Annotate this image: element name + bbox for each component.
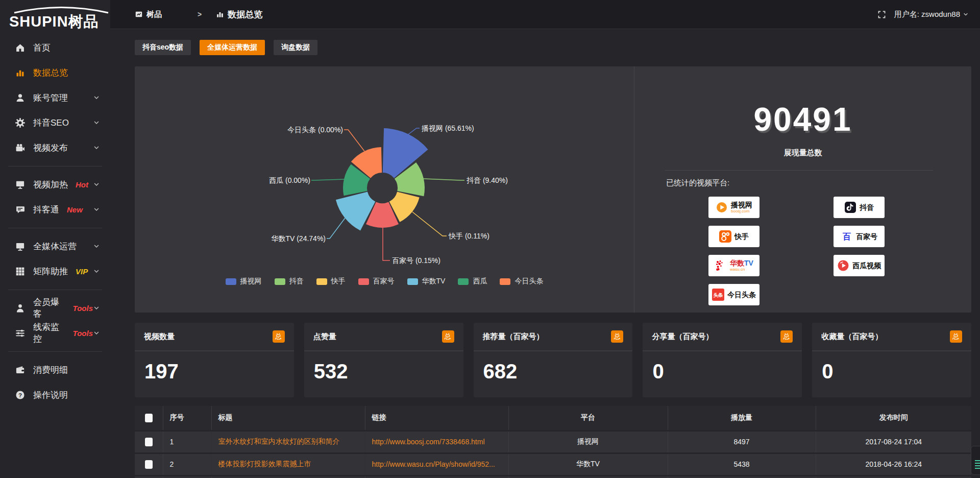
sidebar-item-消费明细[interactable]: 消费明细 [0,357,110,383]
screen-icon [15,241,26,251]
column-header-链接: 链接 [365,406,508,431]
platform-name: 百家号 [856,232,877,241]
sidebar-item-视频加热[interactable]: 视频加热Hot [0,172,110,197]
menu-divider [8,228,102,228]
legend-item-华数TV[interactable]: 华数TV [407,277,446,286]
legend-label: 抖音 [289,277,304,286]
pie-label: 今日头条 (0.00%) [287,126,343,134]
sidebar-item-抖客通[interactable]: 抖客通New [0,197,110,222]
sidebar: SHUPIN树品 首页数据总览账号管理抖音SEO视频发布视频加热Hot抖客通Ne… [0,0,110,478]
total-badge: 总 [950,330,962,343]
menu-divider [8,166,102,166]
home-icon [15,42,26,53]
sidebar-item-label: 视频加热 [33,179,68,190]
breadcrumb-app[interactable]: 树品 [146,10,162,19]
row-checkbox[interactable] [145,438,153,446]
sidebar-item-线索监控[interactable]: 线索监控Tools [0,321,110,346]
chevron-down-icon [93,119,100,126]
user-menu[interactable]: 用户名: zswodun88 [894,10,969,19]
sidebar-item-数据总览[interactable]: 数据总览 [0,60,110,85]
sidebar-item-label: 数据总览 [33,67,68,79]
chevron-down-icon [963,10,969,19]
baijiahao-logo: 百 [841,230,853,243]
table-header-row: 序号标题链接平台播放量发布时间 [135,406,971,431]
menu-badge: New [67,205,83,214]
platform-badge-text: 今日头条 [727,291,756,299]
platform-badge-华数TV: 华数TVwasu.cn [708,255,760,276]
stat-card-label: 分享量（百家号） [652,332,713,342]
toutiao-logo: 头条 [712,289,724,301]
stat-card-视频数量: 视频数量总197 [135,323,294,397]
total-badge: 总 [442,330,454,343]
sidebar-item-首页[interactable]: 首页 [0,35,110,60]
menu-badge: VIP [76,267,88,276]
overview-panel: 播视网 (65.61%)抖音 (9.40%)快手 (0.11%)百家号 (0.1… [135,66,971,313]
legend-item-百家号[interactable]: 百家号 [358,277,395,286]
sidebar-item-账号管理[interactable]: 账号管理 [0,85,110,110]
platform-share-chart: 播视网 (65.61%)抖音 (9.40%)快手 (0.11%)百家号 (0.1… [135,66,634,313]
menu-divider [8,351,102,352]
legend-swatch [316,278,327,285]
table-row: 2楼体投影灯投影效果震撼上市http://www.wasu.cn/Play/sh… [135,453,971,475]
sidebar-item-label: 首页 [33,42,51,54]
row-checkbox[interactable] [145,460,153,469]
data-tabs: 抖音seo数据全媒体运营数据询盘数据 [135,40,971,55]
platform-badge-快手: 快手 [708,226,760,247]
stat-card-label: 推荐量（百家号） [483,332,544,342]
sidebar-item-label: 线索监控 [33,321,65,345]
chart-legend: 播视网抖音快手百家号华数TV西瓜今日头条 [135,277,634,286]
grid-icon [15,266,26,276]
legend-label: 今日头条 [514,277,543,286]
xigua-logo [837,259,849,272]
cell-title[interactable]: 楼体投影灯投影效果震撼上市 [211,453,365,475]
label-leader-line [383,228,390,260]
chevron-down-icon [93,206,100,213]
sidebar-item-操作说明[interactable]: ?操作说明 [0,383,110,408]
table-row: 1室外水纹灯和室内水纹灯的区别和简介http://www.boosj.com/7… [135,431,971,453]
legend-swatch [500,278,510,285]
select-all-checkbox[interactable] [145,414,153,422]
stat-card-label: 视频数量 [144,332,175,342]
cell-link[interactable]: http://www.wasu.cn/Play/show/id/952... [365,453,508,475]
sidebar-item-全媒体运营[interactable]: 全媒体运营 [0,234,110,259]
sidebar-item-抖音SEO[interactable]: 抖音SEO [0,110,110,135]
question-icon: ? [15,390,26,400]
cell-title[interactable]: 室外水纹灯和室内水纹灯的区别和简介 [211,431,365,453]
tab-抖音seo数据[interactable]: 抖音seo数据 [135,40,191,55]
tab-全媒体运营数据[interactable]: 全媒体运营数据 [200,40,265,55]
floating-widget[interactable] [971,446,980,475]
platform-badge-今日头条: 头条今日头条 [708,284,760,305]
sidebar-item-label: 操作说明 [33,389,68,401]
chat-icon [15,204,26,214]
row-checkbox-cell [135,453,163,475]
kuaishou-logo [719,230,731,243]
total-badge: 总 [780,330,793,343]
legend-label: 播视网 [240,277,262,286]
chevron-down-icon [93,144,100,151]
label-leader-line [344,130,364,151]
legend-item-播视网[interactable]: 播视网 [226,277,262,286]
legend-item-西瓜[interactable]: 西瓜 [458,277,487,286]
sidebar-item-label: 抖音SEO [33,117,69,129]
platform-name: 播视网 [731,201,752,209]
sidebar-item-视频发布[interactable]: 视频发布 [0,135,110,160]
tab-询盘数据[interactable]: 询盘数据 [274,40,317,55]
legend-item-抖音[interactable]: 抖音 [275,277,304,286]
widget-bar [975,463,980,464]
app-icon [135,10,143,18]
stat-cards: 视频数量总197点赞量总532推荐量（百家号）总682分享量（百家号）总0收藏量… [135,323,971,397]
column-header-标题: 标题 [211,406,365,431]
row-checkbox-cell [135,431,163,453]
legend-item-今日头条[interactable]: 今日头条 [500,277,543,286]
legend-item-快手[interactable]: 快手 [316,277,346,286]
header-select-all [135,406,163,431]
platform-subtext: wasu.cn [730,267,745,272]
sidebar-item-会员爆客[interactable]: 会员爆客Tools [0,296,110,321]
fullscreen-icon[interactable] [877,10,886,19]
sidebar-item-矩阵助推[interactable]: 矩阵助推VIP [0,259,110,284]
legend-label: 百家号 [373,277,395,286]
pie-label: 百家号 (0.15%) [392,256,440,265]
cell-link[interactable]: http://www.boosj.com/7338468.html [365,431,508,453]
stat-card-value: 532 [304,351,463,392]
stat-card-value: 0 [812,351,971,392]
